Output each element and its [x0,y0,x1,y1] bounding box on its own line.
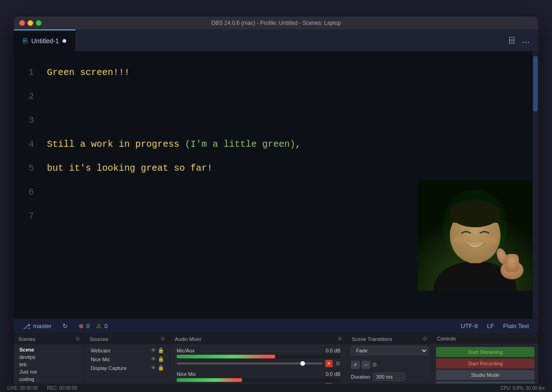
sources-config-icon[interactable]: ⚙ [161,336,165,342]
source-nicemic-label: Nice Mic [91,357,110,362]
vscode-editor: ⎘ Untitled-1 ⌸ … 1 2 3 4 5 6 [14,29,538,333]
nicemic-header: Nice Mic 0.0 dB [177,371,340,377]
micaux-db: 0.0 dB [326,348,340,353]
micaux-meter [177,355,340,358]
person-video [418,180,533,291]
eye-icon-2[interactable]: 👁 [151,356,156,362]
line-ending-label[interactable]: LF [487,323,494,329]
title-bar: OBS 24.0.6 (mac) - Profile: Untitled - S… [14,17,538,29]
status-bar: ⎇ master ↻ ⊗ 0 ⚠ 0 UTF-8 LF Plain Text [14,318,538,333]
tab-right-actions: ⌸ … [509,35,538,45]
language-label[interactable]: Plain Text [503,323,529,329]
code-line-2 [47,85,523,109]
micaux-settings-icon[interactable]: ⚙ [335,360,340,367]
git-branch[interactable]: ⎇ master [23,323,52,330]
duration-input[interactable] [373,373,405,381]
transition-gear-icon[interactable]: ⚙ [372,362,377,368]
code-line-4: Still a work in progress (I'm a little g… [47,133,523,156]
scenes-label: Scenes [18,336,35,342]
errors-item[interactable]: ⊗ 0 ⚠ 0 [79,323,108,329]
sync-icon: ↻ [63,323,68,329]
git-icon: ⎇ [23,323,30,330]
obs-panel: Scenes ⚙ Scene devtips brb Just me codin… [14,333,538,392]
line-numbers: 1 2 3 4 5 6 7 [14,52,41,318]
lock-icon-3[interactable]: 🔒 [158,365,164,371]
sync-icon-item[interactable]: ↻ [63,323,68,329]
encoding-label[interactable]: UTF-8 [461,323,478,329]
person-svg [418,180,533,291]
lock-icon-2[interactable]: 🔒 [158,356,164,362]
add-transition-button[interactable]: + [351,361,360,369]
lock-icon[interactable]: 🔒 [158,347,164,353]
studio-mode-button[interactable]: Studio Mode [436,370,535,380]
minimize-button[interactable] [28,20,33,26]
warning-count: 0 [104,323,108,329]
micaux-header: Mic/Aux 0.0 dB [177,348,340,353]
micaux-volume-thumb[interactable] [300,361,305,366]
transition-type-select[interactable]: Fade Cut Swipe Slide [351,346,428,355]
scrollbar[interactable] [533,52,538,318]
warning-icon: ⚠ [96,323,102,329]
controls-label: Controls [437,336,456,341]
source-nicemic-icons: 👁 🔒 [151,356,164,362]
micaux-volume-slider[interactable] [177,363,322,364]
source-webcam-label: Webcam [91,348,110,353]
live-status: LIVE: 00:00:00 [14,386,38,391]
audio-mixer-header: Audio Mixer ⚙ [170,334,347,344]
scene-item-scene[interactable]: Scene [17,346,81,353]
source-display-icons: 👁 🔒 [151,365,164,371]
nicemic-label: Nice Mic [177,371,196,377]
micaux-mute-button[interactable]: ✕ [325,360,333,367]
duration-label: Duration [351,374,370,380]
source-display-label: Display Capture [91,365,126,371]
micaux-level [177,355,275,358]
status-right: UTF-8 LF Plain Text [461,323,529,329]
rec-status: REC: 00:00:00 [47,386,77,391]
editor-tab[interactable]: ⎘ Untitled-1 [14,29,75,51]
micaux-label: Mic/Aux [177,348,195,353]
eye-icon[interactable]: 👁 [151,347,156,353]
scenes-config-icon[interactable]: ⚙ [75,336,80,342]
code-line-3 [47,109,523,133]
sources-label: Sources [90,336,108,342]
scene-item-coding[interactable]: coding [17,375,81,383]
scenes-header: Scenes ⚙ [14,334,85,344]
scene-item-devtips[interactable]: devtips [17,353,81,361]
obs-statusbar: LIVE: 00:00:00 REC: 00:00:00 CPU: 0.8%, … [14,384,538,392]
controls-header: Controls [432,334,538,344]
transition-add-remove: + − ⚙ [351,361,428,369]
source-webcam[interactable]: Webcam 👁 🔒 [89,346,166,355]
eye-icon-3[interactable]: 👁 [151,365,156,371]
error-count: 0 [86,323,90,329]
start-streaming-button[interactable]: Start Streaming [436,347,535,357]
cpu-status: CPU: 0.8%, 30.00 fps [500,386,538,391]
maximize-button[interactable] [36,20,41,26]
audio-channel-micaux: Mic/Aux 0.0 dB ✕ ⚙ [174,346,343,369]
nicemic-meter [177,378,340,382]
svg-rect-9 [505,254,519,272]
transitions-header: Scene Transitions ⚙ [347,334,432,344]
nicemic-level [177,378,242,382]
duration-row: Duration [351,373,428,381]
scene-item-justme[interactable]: Just me [17,368,81,375]
unsaved-indicator [63,39,66,43]
audio-mixer-label: Audio Mixer [175,336,201,342]
transitions-label: Scene Transitions [352,336,392,342]
scene-item-brb[interactable]: brb [17,361,81,368]
scrollbar-thumb[interactable] [533,56,538,111]
nicemic-db: 0.0 dB [326,371,340,377]
branch-name: master [33,323,52,329]
audio-config-icon[interactable]: ⚙ [338,336,342,342]
split-editor-icon[interactable]: ⌸ [509,35,514,45]
source-display[interactable]: Display Capture 👁 🔒 [89,363,166,372]
error-icon: ⊗ [79,323,84,329]
file-icon: ⎘ [23,37,28,45]
start-recording-button[interactable]: Start Recording [436,358,535,369]
close-button[interactable] [19,20,25,26]
more-options-icon[interactable]: … [522,35,531,45]
transitions-config-icon[interactable]: ⚙ [423,336,427,342]
window-title: OBS 24.0.6 (mac) - Profile: Untitled - S… [211,20,341,26]
source-nice-mic[interactable]: Nice Mic 👁 🔒 [89,355,166,363]
remove-transition-button[interactable]: − [362,361,370,369]
svg-point-11 [443,190,507,263]
